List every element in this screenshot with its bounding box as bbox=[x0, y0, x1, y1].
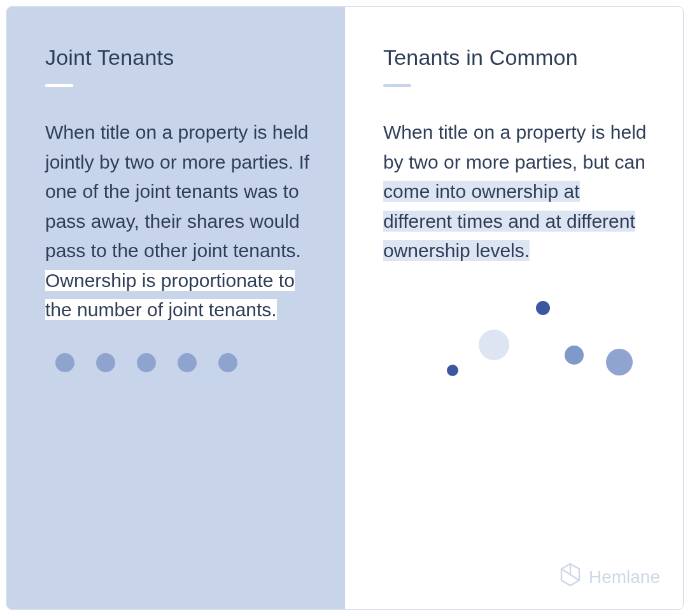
body-left: When title on a property is held jointly… bbox=[45, 118, 314, 325]
body-left-plain: When title on a property is held jointly… bbox=[45, 122, 309, 261]
body-right: When title on a property is held by two … bbox=[383, 118, 652, 266]
body-left-highlight: Ownership is proportionate to the number… bbox=[45, 270, 295, 321]
equal-ownership-dots bbox=[45, 353, 314, 372]
ownership-dot-icon bbox=[536, 301, 550, 315]
ownership-dot-icon bbox=[479, 330, 509, 360]
heading-right: Tenants in Common bbox=[383, 45, 652, 70]
hemlane-icon bbox=[560, 563, 581, 591]
divider-left bbox=[45, 84, 73, 87]
body-right-highlight: come into ownership at different times a… bbox=[383, 181, 635, 261]
varied-ownership-dots bbox=[383, 285, 652, 400]
panel-joint-tenants: Joint Tenants When title on a property i… bbox=[7, 7, 345, 609]
ownership-dot-icon bbox=[137, 353, 156, 372]
ownership-dot-icon bbox=[55, 353, 74, 372]
heading-left: Joint Tenants bbox=[45, 45, 314, 70]
body-right-plain: When title on a property is held by two … bbox=[383, 122, 647, 172]
ownership-dot-icon bbox=[606, 349, 633, 375]
panel-tenants-in-common: Tenants in Common When title on a proper… bbox=[345, 7, 683, 609]
comparison-card: Joint Tenants When title on a property i… bbox=[6, 6, 684, 610]
ownership-dot-icon bbox=[178, 353, 197, 372]
ownership-dot-icon bbox=[218, 353, 237, 372]
brand-logo: Hemlane bbox=[560, 563, 660, 591]
divider-right bbox=[383, 84, 411, 87]
ownership-dot-icon bbox=[565, 346, 584, 365]
brand-name: Hemlane bbox=[589, 567, 660, 587]
ownership-dot-icon bbox=[447, 365, 458, 376]
ownership-dot-icon bbox=[96, 353, 115, 372]
